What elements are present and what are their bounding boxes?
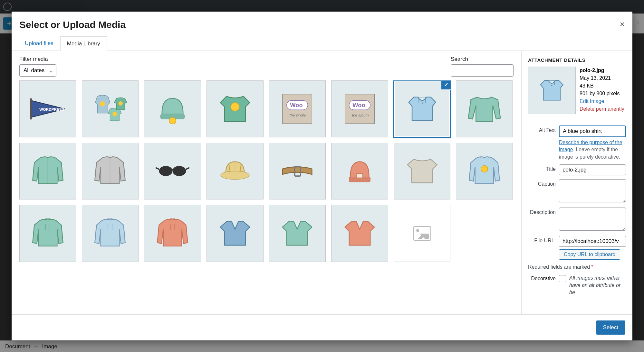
hoodie-red-icon [151, 212, 194, 255]
media-item[interactable] [82, 205, 139, 262]
svg-point-7 [169, 117, 176, 124]
caption-textarea[interactable] [559, 179, 626, 202]
album-icon: Woothe album [339, 88, 381, 130]
media-grid: WORDPRESS Woothe single Woothe album [19, 80, 514, 262]
svg-point-40 [551, 85, 552, 86]
filter-media-label: Filter media [19, 56, 56, 62]
media-item[interactable] [144, 80, 201, 137]
filter-dates-select[interactable]: All dates [19, 64, 56, 77]
svg-point-18 [421, 102, 423, 104]
select-button[interactable]: Select [596, 320, 625, 335]
alt-text-input[interactable] [559, 125, 626, 137]
breadcrumb-current: Image [42, 343, 57, 350]
media-item-selected[interactable] [394, 80, 451, 137]
media-item[interactable] [269, 143, 326, 200]
decorative-checkbox[interactable] [559, 275, 566, 282]
chevron-right-icon: → [33, 343, 39, 350]
zip-hoodie-gray-icon [89, 150, 131, 192]
modal-title: Select or Upload Media [19, 19, 126, 30]
sunglasses-icon [151, 150, 194, 192]
media-item[interactable] [394, 143, 451, 200]
media-item[interactable] [19, 205, 76, 262]
belt-icon [276, 150, 318, 192]
media-item-placeholder[interactable] [394, 205, 451, 262]
media-modal: Select or Upload Media × Upload files Me… [12, 12, 632, 340]
svg-text:WORDPRESS: WORDPRESS [39, 107, 64, 111]
modal-footer: Select [12, 314, 632, 340]
media-main: Filter media All dates Search WORDPRESS … [12, 51, 521, 314]
search-input[interactable] [451, 64, 514, 77]
decorative-help-text: All images must either have an alt attri… [569, 274, 626, 296]
options-icon[interactable]: ⋮ [635, 20, 641, 27]
media-item[interactable] [19, 143, 76, 200]
description-label: Description [528, 208, 556, 215]
beanie-icon [151, 88, 194, 130]
media-item[interactable]: Woothe album [331, 80, 388, 137]
alt-text-label: Alt Text [528, 125, 556, 133]
close-button[interactable]: × [620, 19, 625, 29]
meta-filename: polo-2.jpg [580, 67, 626, 74]
tshirt-gray-icon [401, 150, 443, 192]
hoodie-green-icon [27, 212, 69, 255]
media-item[interactable] [207, 143, 264, 200]
alt-help-text: Describe the purpose of the image. Leave… [559, 139, 626, 161]
file-url-input[interactable] [559, 236, 626, 247]
media-item[interactable]: WORDPRESS [19, 80, 76, 137]
long-sleeve-icon [463, 88, 505, 130]
modal-tabs: Upload files Media Library [12, 36, 632, 51]
close-icon: × [620, 19, 625, 29]
media-item[interactable] [144, 205, 201, 262]
media-item[interactable] [82, 143, 139, 200]
attachment-details-panel: ATTACHMENT DETAILS polo-2.jpg May 13, 20… [521, 51, 632, 314]
meta-dimensions: 801 by 800 pixels [580, 90, 626, 97]
media-item[interactable] [269, 205, 326, 262]
hoodie-blue-icon [89, 212, 131, 255]
title-input[interactable] [559, 164, 626, 175]
media-item[interactable] [331, 143, 388, 200]
svg-point-32 [481, 166, 488, 172]
cap-icon [214, 150, 256, 192]
svg-point-5 [119, 101, 123, 106]
vneck-red-icon [339, 212, 381, 255]
media-item[interactable]: Woothe single [269, 80, 326, 137]
svg-point-22 [173, 166, 186, 176]
svg-text:the single: the single [290, 113, 306, 117]
svg-point-4 [113, 112, 117, 116]
vneck-green-icon [276, 212, 318, 255]
svg-line-23 [156, 168, 159, 169]
media-item[interactable] [207, 80, 264, 137]
hoodie-tshirts-icon [89, 88, 131, 130]
copy-url-button[interactable]: Copy URL to clipboard [559, 249, 620, 260]
file-url-label: File URL: [528, 236, 556, 244]
attachment-details-heading: ATTACHMENT DETAILS [528, 57, 626, 63]
tab-media-library[interactable]: Media Library [60, 36, 107, 51]
svg-text:Woo: Woo [290, 102, 303, 108]
edit-image-link[interactable]: Edit Image [580, 97, 626, 105]
media-item[interactable] [456, 80, 513, 137]
breadcrumb: Document → Image [0, 340, 644, 352]
decorative-label: Decorative [528, 274, 556, 282]
album-single-icon: Woothe single [276, 88, 318, 130]
svg-rect-1 [30, 98, 32, 119]
title-label: Title [528, 164, 556, 172]
attachment-meta: polo-2.jpg May 13, 2021 43 KB 801 by 800… [580, 67, 626, 114]
media-item[interactable] [207, 205, 264, 262]
tab-upload-files[interactable]: Upload files [18, 36, 60, 51]
svg-point-8 [231, 103, 239, 111]
hoodie-logo-blue-icon [463, 150, 505, 192]
breadcrumb-root[interactable]: Document [5, 343, 30, 350]
delete-permanently-link[interactable]: Delete permanently [580, 105, 626, 113]
media-item[interactable] [144, 143, 201, 200]
attachment-thumbnail [528, 67, 576, 114]
search-label: Search [451, 56, 468, 62]
description-textarea[interactable] [559, 208, 626, 231]
polo-blue-icon [401, 88, 443, 130]
media-item[interactable] [82, 80, 139, 137]
required-fields-text: Required fields are marked * [528, 264, 626, 270]
meta-date: May 13, 2021 [580, 74, 626, 82]
tshirt-logo-icon [214, 88, 256, 130]
media-item[interactable] [456, 143, 513, 200]
vneck-blue-icon [214, 212, 256, 255]
media-item[interactable] [331, 205, 388, 262]
svg-point-3 [100, 101, 105, 107]
